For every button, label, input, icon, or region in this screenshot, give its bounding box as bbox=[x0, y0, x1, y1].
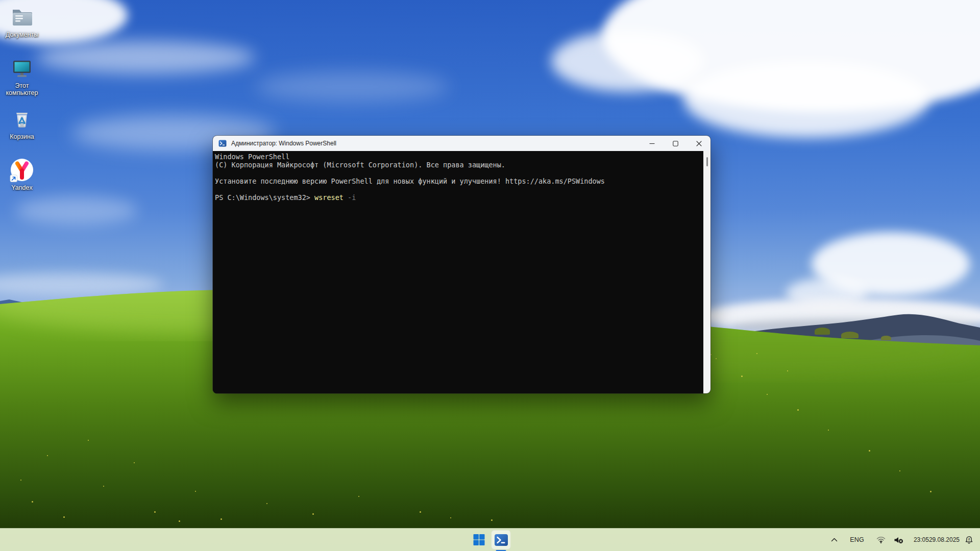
svg-text:z: z bbox=[968, 537, 970, 541]
window-titlebar[interactable]: Администратор: Windows PowerShell bbox=[213, 136, 710, 151]
horizon-tree bbox=[881, 336, 891, 340]
documents-folder-icon bbox=[9, 4, 35, 31]
terminal-line: Windows PowerShell bbox=[215, 153, 701, 161]
taskbar-clock[interactable]: 23:05 29.08.2025 bbox=[914, 536, 960, 543]
horizon-tree bbox=[815, 328, 830, 335]
close-icon bbox=[696, 141, 702, 146]
this-pc-monitor-icon bbox=[9, 55, 35, 82]
recycle-bin-icon bbox=[9, 106, 35, 133]
yandex-browser-icon bbox=[9, 157, 35, 184]
taskbar: ENG 23:05 29.08.2025 bbox=[0, 528, 980, 551]
taskbar-center bbox=[470, 529, 511, 551]
prompt-text: PS C:\Windows\system32> bbox=[215, 193, 314, 202]
desktop-icon-label: Этот компьютер bbox=[2, 82, 42, 96]
scrollbar-thumb[interactable] bbox=[706, 157, 708, 166]
windows-logo-icon bbox=[473, 534, 485, 546]
desktop-icon-this-pc[interactable]: Этот компьютер bbox=[2, 55, 42, 106]
cloud bbox=[36, 41, 255, 74]
desktop-icon-yandex[interactable]: Yandex bbox=[2, 157, 42, 208]
tray-time: 23:05 bbox=[914, 536, 929, 543]
powershell-icon bbox=[494, 534, 508, 546]
desktop-screen: Документы Этот компьютер bbox=[0, 0, 980, 551]
cloud bbox=[551, 31, 704, 92]
powershell-icon bbox=[218, 139, 227, 147]
close-button[interactable] bbox=[687, 136, 710, 151]
desktop-icon-documents[interactable]: Документы bbox=[2, 4, 42, 55]
chevron-up-icon bbox=[831, 538, 838, 542]
parameter-text: -i bbox=[344, 193, 356, 202]
language-indicator[interactable]: ENG bbox=[850, 536, 864, 543]
maximize-icon bbox=[673, 141, 678, 146]
volume-muted-icon[interactable] bbox=[894, 536, 903, 544]
dnd-bell-icon[interactable]: z bbox=[965, 536, 973, 544]
wifi-icon[interactable] bbox=[876, 536, 886, 543]
desktop-icon-label: Документы bbox=[6, 31, 38, 38]
hidden-icons-button[interactable] bbox=[831, 538, 838, 542]
desktop-icon-recycle-bin[interactable]: Корзина bbox=[2, 106, 42, 157]
horizon-tree bbox=[841, 332, 859, 338]
terminal-output: Windows PowerShell(C) Корпорация Майкрос… bbox=[215, 153, 701, 193]
cloud bbox=[255, 71, 449, 102]
system-tray: ENG 23:05 29.08.2025 bbox=[831, 529, 980, 551]
window-title: Администратор: Windows PowerShell bbox=[231, 140, 336, 147]
caption-buttons bbox=[640, 136, 710, 151]
start-button[interactable] bbox=[470, 530, 489, 549]
desktop-icon-label: Yandex bbox=[11, 184, 32, 191]
shortcut-arrow-badge bbox=[10, 175, 17, 182]
tray-date: 29.08.2025 bbox=[929, 536, 960, 543]
desktop-icon-column: Документы Этот компьютер bbox=[2, 4, 42, 208]
minimize-icon bbox=[649, 141, 655, 146]
terminal-content[interactable]: Windows PowerShell(C) Корпорация Майкрос… bbox=[213, 151, 710, 393]
terminal-scrollbar[interactable] bbox=[703, 151, 710, 393]
taskbar-powershell-button[interactable] bbox=[492, 530, 511, 549]
terminal-line: (C) Корпорация Майкрософт (Microsoft Cor… bbox=[215, 161, 701, 169]
cloud bbox=[684, 61, 929, 138]
terminal-line bbox=[215, 169, 701, 177]
desktop-icon-label: Корзина bbox=[10, 133, 34, 140]
terminal-prompt-line: PS C:\Windows\system32> wsreset -i bbox=[215, 193, 701, 202]
powershell-window: Администратор: Windows PowerShell Window… bbox=[213, 136, 710, 393]
maximize-button[interactable] bbox=[664, 136, 687, 151]
terminal-line bbox=[215, 185, 701, 193]
terminal-line: Установите последнюю версию PowerShell д… bbox=[215, 177, 701, 185]
command-text: wsreset bbox=[314, 193, 344, 202]
minimize-button[interactable] bbox=[640, 136, 664, 151]
